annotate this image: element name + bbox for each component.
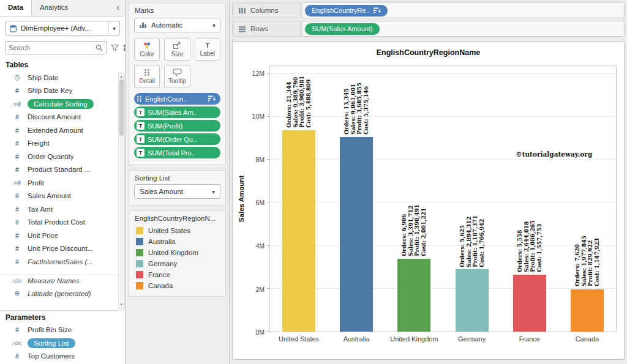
field-total-product-cost[interactable]: #Total Product Cost xyxy=(0,216,118,229)
parameters-section: Parameters #Profit Bin SizeAbcSorting Li… xyxy=(0,310,125,364)
color-button[interactable]: Color xyxy=(134,38,160,61)
scroll-down-icon[interactable]: ▼ xyxy=(120,302,124,308)
marks-pill-sum-order-qu[interactable]: TSUM(Order Qu.. xyxy=(134,133,220,145)
tooltip-button[interactable]: Tooltip xyxy=(164,65,190,87)
legend-title: EnglishCountryRegionN... xyxy=(129,211,225,225)
tab-analytics[interactable]: Analytics xyxy=(32,0,76,16)
label-line: Profit: 3,900,981 xyxy=(299,76,306,128)
collapse-pane-icon[interactable]: ‹ xyxy=(111,0,125,16)
scrollbar-thumb[interactable] xyxy=(119,80,124,136)
sorting-list-dropdown[interactable]: Sales Amount ▾ xyxy=(134,184,220,199)
size-button-label: Size xyxy=(171,51,183,58)
field-ship-date-key[interactable]: #Ship Date Key xyxy=(0,84,118,98)
pill-label: EnglishCoun.. xyxy=(145,95,205,103)
size-button[interactable]: Size xyxy=(164,38,190,61)
field-unit-price[interactable]: #Unit Price xyxy=(0,229,118,242)
legend-item-united-states[interactable]: United States xyxy=(129,225,225,236)
bar-united-states[interactable] xyxy=(282,130,315,332)
chart-wrap: EnglishCountryRegionName Sales Amount 0M… xyxy=(230,37,627,364)
tab-data[interactable]: Data xyxy=(0,0,32,16)
y-tick-label: 0M xyxy=(255,329,265,336)
field-factinternetsales[interactable]: #FactInternetSales (... xyxy=(0,255,118,269)
rows-pill[interactable]: SUM(Sales Amount) xyxy=(305,23,380,35)
legend-item-germany[interactable]: Germany xyxy=(129,258,225,269)
y-axis-title-text: Sales Amount xyxy=(238,175,245,221)
field-label: Product Standard ... xyxy=(28,166,90,173)
filter-icon[interactable] xyxy=(111,44,119,51)
y-tick-label: 10M xyxy=(252,113,265,120)
field-measure-names[interactable]: AbcMeasure Names xyxy=(0,274,118,288)
field-profit[interactable]: =#Profit xyxy=(0,176,118,190)
sorting-list-value: Sales Amount xyxy=(140,188,183,195)
marks-pill-sum-sales-am[interactable]: TSUM(Sales Am.. xyxy=(134,106,220,118)
search-box xyxy=(5,41,107,54)
field-sorting-list[interactable]: AbcSorting List xyxy=(0,336,125,350)
detail-icon xyxy=(143,69,151,76)
tooltip-icon xyxy=(173,69,182,76)
bar-canada[interactable] xyxy=(571,289,604,332)
rows-shelf-row: Rows SUM(Sales Amount) xyxy=(232,21,625,37)
field-extended-amount[interactable]: #Extended Amount xyxy=(0,124,118,137)
caret-down-icon: ▾ xyxy=(212,22,216,29)
label-line: Orders: 5,625 xyxy=(459,215,466,267)
x-axis-label-canada: Canada xyxy=(561,335,614,343)
gridline xyxy=(270,73,616,74)
scroll-up-icon[interactable]: ▲ xyxy=(120,73,124,80)
legend-item-united-kingdom[interactable]: United Kingdom xyxy=(129,247,225,258)
scrollbar[interactable]: ▲ ▼ xyxy=(118,72,125,309)
rows-shelf[interactable]: SUM(Sales Amount) xyxy=(302,21,625,37)
field-label: Profit xyxy=(28,179,44,187)
bar-united-kingdom[interactable] xyxy=(397,259,430,332)
label-line: Cost: 5,488,809 xyxy=(306,76,312,128)
label-line: Cost: 1,557,753 xyxy=(536,220,543,272)
field-unit-price-discount[interactable]: #Unit Price Discount... xyxy=(0,242,118,256)
columns-shelf[interactable]: EnglishCountryRe.. xyxy=(302,2,625,18)
size-icon xyxy=(173,42,181,50)
label-line: Orders: 7,620 xyxy=(574,236,581,286)
field-freight[interactable]: #Freight xyxy=(0,137,118,150)
bar-australia[interactable] xyxy=(340,137,373,332)
field-order-quantity[interactable]: #Order Quantity xyxy=(0,150,118,163)
search-input[interactable] xyxy=(9,44,96,51)
y-tick-label: 4M xyxy=(255,242,265,250)
label-line: Orders: 13,345 xyxy=(344,83,350,135)
field-sales-amount[interactable]: #Sales Amount xyxy=(0,190,118,203)
field-latitude-generated[interactable]: ⊕Latitude (generated) xyxy=(0,287,118,300)
field-calculate-sorting[interactable]: =#Calculate Sorting xyxy=(0,97,118,111)
mark-type-dropdown[interactable]: Automatic ▾ xyxy=(134,18,220,32)
marks-pill-sum-total-pro[interactable]: TSUM(Total Pro.. xyxy=(134,147,220,158)
field-discount-amount[interactable]: #Discount Amount xyxy=(0,111,118,124)
bar-germany[interactable] xyxy=(456,269,489,332)
columns-pill-label: EnglishCountryRe.. xyxy=(312,7,370,14)
marks-pill-englishcoun[interactable]: EnglishCoun.. xyxy=(134,93,220,105)
chart-body: Sales Amount 0M2M4M6M8M10M12M ©tutorialg… xyxy=(233,65,624,359)
label-button[interactable]: T Label xyxy=(195,38,220,61)
legend-item-france[interactable]: France xyxy=(129,269,225,280)
rows-shelf-text: Rows xyxy=(250,25,268,32)
legend-label: Germany xyxy=(148,260,177,267)
field-label: Measure Names xyxy=(28,277,79,284)
columns-pill[interactable]: EnglishCountryRe.. xyxy=(305,5,388,17)
label-line: Profit: 1,187,371 xyxy=(472,215,479,267)
field-ship-date[interactable]: ◷Ship Date xyxy=(0,71,118,84)
x-axis-label-germany: Germany xyxy=(446,335,498,343)
legend-swatch xyxy=(136,238,143,245)
bar-france[interactable] xyxy=(513,275,546,332)
field-label: Profit Bin Size xyxy=(28,326,72,333)
field-tax-amt[interactable]: #Tax Amt xyxy=(0,202,118,216)
field-profit-bin-size[interactable]: #Profit Bin Size xyxy=(0,324,125,337)
bar-label-canada: Orders: 7,620Sales: 1,977,845Profit: 829… xyxy=(574,236,600,286)
tooltip-button-label: Tooltip xyxy=(168,78,186,84)
field-product-standard[interactable]: #Product Standard ... xyxy=(0,163,118,177)
label-line: Profit: 3,685,855 xyxy=(356,83,363,135)
field-top-customers[interactable]: #Top Customers xyxy=(0,350,125,363)
globe-icon: ⊕ xyxy=(10,289,24,297)
legend-item-australia[interactable]: Australia xyxy=(129,236,225,247)
detail-button[interactable]: Detail xyxy=(134,65,160,87)
datasource-selector[interactable]: DimEmployee+ (Adv... ▾ xyxy=(5,21,120,35)
columns-icon xyxy=(238,7,246,14)
marks-pill-sum-profit[interactable]: TSUM(Profit) xyxy=(134,120,220,132)
field-label: Tax Amt xyxy=(28,206,53,213)
legend-item-canada[interactable]: Canada xyxy=(129,280,225,291)
field-label: Latitude (generated) xyxy=(28,290,91,297)
